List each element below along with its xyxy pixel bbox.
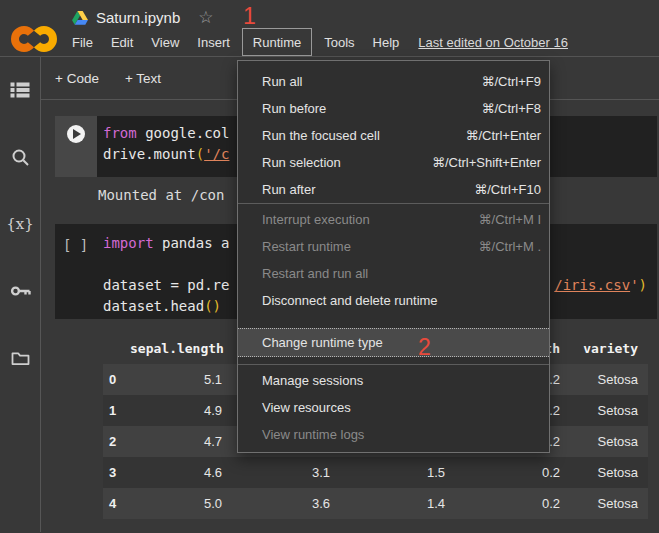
menu-item-run-selection[interactable]: Run selection⌘/Ctrl+Shift+Enter bbox=[238, 149, 549, 176]
menubar-item-tools[interactable]: Tools bbox=[315, 28, 363, 56]
menu-section: Manage sessionsView resourcesView runtim… bbox=[238, 365, 549, 448]
code-fragment: /iris.csv') bbox=[554, 275, 647, 296]
table-cell: 3.1 bbox=[232, 457, 340, 488]
files-folder-icon[interactable] bbox=[9, 348, 31, 368]
star-icon[interactable]: ☆ bbox=[198, 9, 213, 26]
code-line: drive.mount('/c bbox=[103, 144, 229, 165]
search-icon[interactable] bbox=[9, 147, 31, 167]
menu-item-shortcut: ⌘/Ctrl+Shift+Enter bbox=[432, 155, 541, 170]
menu-item-view-runtime-logs: View runtime logs bbox=[238, 421, 549, 448]
menu-item-label: Manage sessions bbox=[262, 373, 363, 388]
table-cell: Setosa bbox=[570, 364, 648, 395]
code-token: '/c bbox=[204, 146, 229, 162]
last-edited-link[interactable]: Last edited on October 16 bbox=[418, 28, 568, 56]
notebook-title[interactable]: Saturn.ipynb bbox=[96, 9, 180, 26]
header: Saturn.ipynb ☆ FileEditViewInsertRuntime… bbox=[0, 0, 659, 57]
menu-item-label: Restart and run all bbox=[262, 266, 368, 281]
code-token: pandas a bbox=[154, 235, 230, 251]
menu-section: Interrupt execution⌘/Ctrl+M IRestart run… bbox=[238, 204, 549, 328]
menu-item-label: Disconnect and delete runtime bbox=[262, 293, 438, 308]
table-cell: 5.0 bbox=[130, 488, 232, 519]
sidebar: {x} bbox=[0, 57, 41, 532]
menu-item-label: Run all bbox=[262, 74, 302, 89]
table-cell: 0.2 bbox=[455, 457, 570, 488]
table-cell: Setosa bbox=[570, 457, 648, 488]
menu-item-shortcut: ⌘/Ctrl+F8 bbox=[481, 101, 541, 116]
table-corner bbox=[103, 332, 130, 364]
menu-item-restart-runtime: Restart runtime⌘/Ctrl+M . bbox=[238, 233, 549, 260]
code-line: from google.col bbox=[103, 123, 229, 144]
table-of-contents-icon[interactable] bbox=[9, 80, 31, 100]
run-cell-button[interactable] bbox=[67, 125, 85, 143]
menu-item-label: Run after bbox=[262, 182, 315, 197]
code-editor[interactable]: from google.col drive.mount('/c bbox=[97, 116, 229, 177]
menubar-item-view[interactable]: View bbox=[142, 28, 188, 56]
runtime-menu: Run all⌘/Ctrl+F9Run before⌘/Ctrl+F8Run t… bbox=[237, 60, 550, 453]
menu-item-run-the-focused-cell[interactable]: Run the focused cell⌘/Ctrl+Enter bbox=[238, 122, 549, 149]
code-token: ' bbox=[630, 277, 638, 293]
row-index: 0 bbox=[103, 364, 130, 395]
menubar-item-edit[interactable]: Edit bbox=[102, 28, 142, 56]
menu-item-label: Run the focused cell bbox=[262, 128, 380, 143]
menu-item-label: Run selection bbox=[262, 155, 341, 170]
menu-item-shortcut: ⌘/Ctrl+M . bbox=[479, 239, 541, 254]
code-token: drive.mount bbox=[103, 146, 196, 162]
table-row: 34.63.11.50.2Setosa bbox=[103, 457, 648, 488]
table-cell: Setosa bbox=[570, 488, 648, 519]
menu-item-label: Interrupt execution bbox=[262, 212, 370, 227]
column-header-variety: variety bbox=[570, 332, 648, 364]
menu-item-shortcut: ⌘/Ctrl+Enter bbox=[466, 128, 542, 143]
menubar: FileEditViewInsertRuntimeToolsHelpLast e… bbox=[0, 28, 659, 56]
menu-item-label: Run before bbox=[262, 101, 326, 116]
table-cell: 3.6 bbox=[232, 488, 340, 519]
add-code-button[interactable]: + Code bbox=[55, 71, 99, 86]
code-token: ( bbox=[204, 298, 212, 314]
menu-item-change-runtime-type[interactable]: Change runtime type bbox=[238, 328, 549, 357]
menu-item-run-after[interactable]: Run after⌘/Ctrl+F10 bbox=[238, 176, 549, 203]
code-token: import bbox=[103, 235, 154, 251]
code-token: google.col bbox=[137, 125, 230, 141]
menu-item-restart-and-run-all: Restart and run all bbox=[238, 260, 549, 287]
execution-prompt: [ ] bbox=[63, 235, 88, 256]
menu-item-disconnect-and-delete-runtime[interactable]: Disconnect and delete runtime bbox=[238, 287, 549, 314]
play-icon bbox=[73, 129, 81, 139]
menubar-item-file[interactable]: File bbox=[63, 28, 102, 56]
title-row: Saturn.ipynb ☆ bbox=[0, 0, 659, 28]
menubar-item-insert[interactable]: Insert bbox=[188, 28, 239, 56]
menubar-item-runtime[interactable]: Runtime bbox=[242, 28, 312, 56]
variables-icon-label: {x} bbox=[6, 215, 34, 233]
table-cell: 0.2 bbox=[455, 488, 570, 519]
add-text-button[interactable]: + Text bbox=[125, 71, 161, 86]
colab-logo-icon[interactable] bbox=[10, 25, 58, 57]
menubar-item-help[interactable]: Help bbox=[364, 28, 409, 56]
code-token: from bbox=[103, 125, 137, 141]
menu-item-manage-sessions[interactable]: Manage sessions bbox=[238, 367, 549, 394]
annotation-step-2: 2 bbox=[418, 334, 431, 361]
table-cell: 5.1 bbox=[130, 364, 232, 395]
table-cell: 4.6 bbox=[130, 457, 232, 488]
variables-icon[interactable]: {x} bbox=[9, 214, 31, 234]
secrets-key-icon[interactable] bbox=[9, 281, 31, 301]
menu-item-label: View resources bbox=[262, 400, 351, 415]
table-cell: 4.9 bbox=[130, 395, 232, 426]
google-drive-icon bbox=[72, 11, 88, 25]
menu-item-view-resources[interactable]: View resources bbox=[238, 394, 549, 421]
table-cell: Setosa bbox=[570, 395, 648, 426]
column-header-sepal-length: sepal.length bbox=[130, 332, 232, 364]
table-row: 45.03.61.40.2Setosa bbox=[103, 488, 648, 519]
annotation-step-1: 1 bbox=[243, 3, 256, 30]
row-index: 1 bbox=[103, 395, 130, 426]
menu-item-label: Restart runtime bbox=[262, 239, 351, 254]
code-token: dataset = pd.re bbox=[103, 277, 229, 293]
code-token: dataset.head bbox=[103, 298, 204, 314]
menu-item-run-before[interactable]: Run before⌘/Ctrl+F8 bbox=[238, 95, 549, 122]
row-index: 2 bbox=[103, 426, 130, 457]
table-cell: 1.4 bbox=[340, 488, 455, 519]
menu-item-shortcut: ⌘/Ctrl+F9 bbox=[481, 74, 541, 89]
menu-section: Run all⌘/Ctrl+F9Run before⌘/Ctrl+F8Run t… bbox=[238, 68, 549, 203]
menu-item-interrupt-execution: Interrupt execution⌘/Ctrl+M I bbox=[238, 206, 549, 233]
menu-item-run-all[interactable]: Run all⌘/Ctrl+F9 bbox=[238, 68, 549, 95]
code-token: ) bbox=[213, 298, 221, 314]
menu-item-shortcut: ⌘/Ctrl+F10 bbox=[474, 182, 541, 197]
code-token: ) bbox=[639, 277, 647, 293]
